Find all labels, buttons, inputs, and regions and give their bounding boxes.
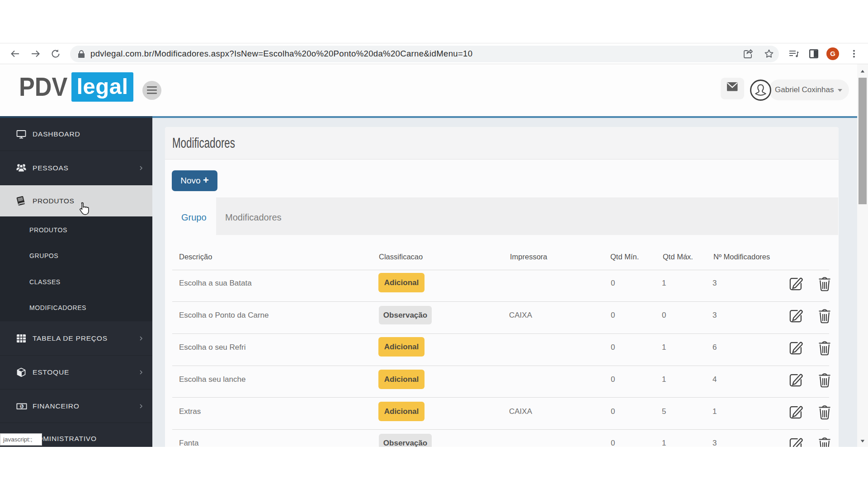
svg-text:$: $ (20, 404, 23, 408)
